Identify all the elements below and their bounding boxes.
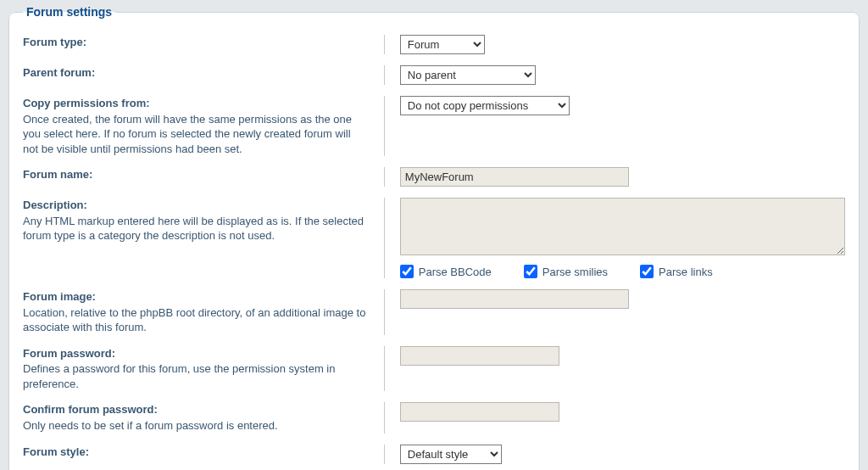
parent-forum-select[interactable]: No parent [400, 65, 536, 85]
forum-type-select[interactable]: Forum [400, 35, 485, 54]
description-help: Any HTML markup entered here will be dis… [23, 214, 369, 243]
parse-bbcode-checkbox[interactable] [400, 265, 414, 278]
forum-image-input[interactable] [400, 289, 629, 309]
forum-password-help: Defines a password for this forum, use t… [23, 361, 369, 391]
forum-style-label: Forum style: [23, 445, 369, 460]
confirm-password-input[interactable] [400, 402, 559, 422]
forum-type-label: Forum type: [23, 35, 369, 50]
parse-smilies-label: Parse smilies [542, 266, 608, 278]
forum-password-label: Forum password: [23, 346, 369, 361]
forum-settings-legend: Forum settings [23, 5, 115, 19]
parse-bbcode-label: Parse BBCode [419, 266, 492, 278]
copy-permissions-label: Copy permissions from: [23, 96, 369, 111]
parse-links-checkbox[interactable] [640, 265, 654, 278]
copy-permissions-select[interactable]: Do not copy permissions [400, 96, 570, 115]
forum-name-label: Forum name: [23, 167, 369, 182]
confirm-password-label: Confirm forum password: [23, 402, 369, 417]
description-label: Description: [23, 198, 369, 213]
parent-forum-label: Parent forum: [23, 65, 369, 81]
description-textarea[interactable] [400, 198, 845, 255]
forum-style-select[interactable]: Default style [400, 445, 502, 464]
confirm-password-help: Only needs to be set if a forum password… [23, 418, 369, 434]
parse-bbcode-option[interactable]: Parse BBCode [400, 265, 492, 278]
parse-links-option[interactable]: Parse links [640, 265, 713, 278]
forum-settings-fieldset: Forum settings Forum type: Forum Parent … [8, 5, 860, 470]
copy-permissions-help: Once created, the forum will have the sa… [23, 112, 369, 157]
forum-name-input[interactable] [400, 167, 629, 187]
forum-password-input[interactable] [400, 346, 559, 366]
parse-smilies-option[interactable]: Parse smilies [524, 265, 608, 278]
forum-image-help: Location, relative to the phpBB root dir… [23, 305, 369, 335]
description-parse-options: Parse BBCode Parse smilies Parse links [400, 265, 845, 278]
forum-image-label: Forum image: [23, 289, 369, 305]
parse-links-label: Parse links [659, 266, 713, 278]
parse-smilies-checkbox[interactable] [524, 265, 537, 278]
